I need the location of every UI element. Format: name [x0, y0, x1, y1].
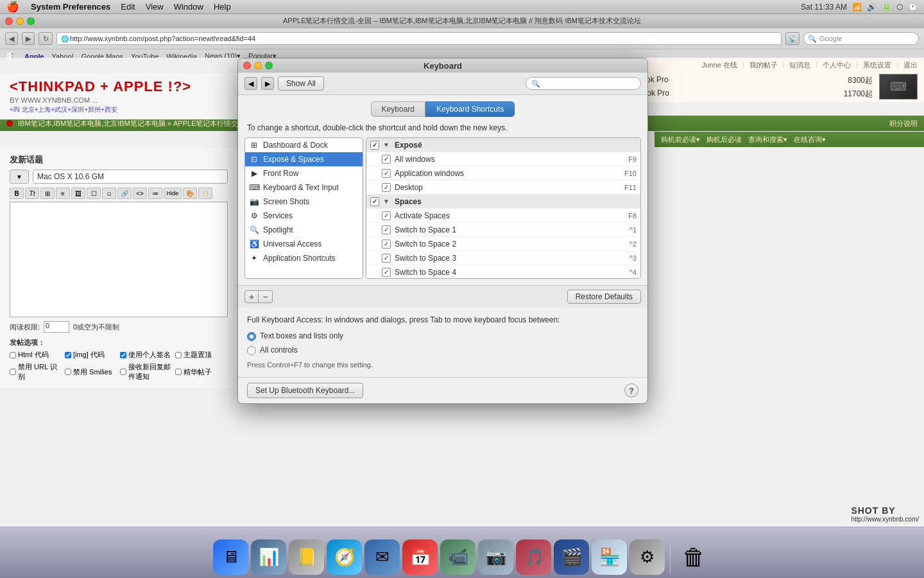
- desktop-check[interactable]: [382, 183, 391, 192]
- sidebar-item-keyboard-text-input[interactable]: ⌨ Keyboard & Text Input: [245, 180, 363, 195]
- reload-button[interactable]: ↻: [38, 32, 53, 45]
- dock-icon-safari[interactable]: 🧭: [327, 539, 362, 575]
- forum-subject-input[interactable]: Mac OS X 10.6 GM: [33, 170, 228, 184]
- help-button[interactable]: ?: [624, 383, 638, 398]
- menu-item-search[interactable]: 查询和搜索▾: [748, 135, 787, 144]
- remove-shortcut-button[interactable]: −: [259, 290, 273, 303]
- space-3-check[interactable]: [382, 254, 391, 263]
- menu-item-preread[interactable]: 购机前必读▾: [661, 135, 700, 144]
- dock-icon-itunes[interactable]: 🎵: [516, 539, 551, 575]
- editor-btn-link[interactable]: 🔗: [117, 188, 132, 199]
- window-maximize-button[interactable]: [27, 17, 35, 25]
- editor-btn-color[interactable]: 🎨: [183, 188, 197, 199]
- editor-btn-orange[interactable]: ⬡: [198, 188, 212, 199]
- bluetooth-button[interactable]: Set Up Bluetooth Keyboard...: [247, 383, 363, 398]
- app-windows-check[interactable]: [382, 169, 391, 178]
- editor-btn-italic[interactable]: Tt: [25, 188, 39, 199]
- opt-elite[interactable]: 精华帖子: [175, 362, 228, 381]
- menu-help[interactable]: Help: [209, 2, 236, 12]
- rss-button[interactable]: 📡: [785, 32, 800, 45]
- space-2-check[interactable]: [382, 240, 391, 249]
- activate-spaces-check[interactable]: [382, 211, 391, 220]
- dialog-back-btn[interactable]: ◀: [244, 77, 257, 90]
- apple-menu[interactable]: 🍎: [0, 1, 26, 13]
- menu-item-consult[interactable]: 在线咨询▾: [794, 135, 826, 144]
- permission-input[interactable]: 0: [44, 321, 69, 333]
- dialog-maximize-button[interactable]: [265, 62, 273, 69]
- dialog-minimize-button[interactable]: [254, 62, 262, 69]
- space-1-check[interactable]: [382, 225, 391, 234]
- search-bar[interactable]: 🔍 Google: [803, 32, 919, 45]
- sidebar-item-expose-spaces[interactable]: ⊡ Exposé & Spaces: [245, 152, 363, 166]
- logout[interactable]: 退出: [903, 60, 918, 70]
- menu-item-afterread[interactable]: 购机后必读: [706, 135, 742, 144]
- tab-keyboard[interactable]: Keyboard: [371, 101, 425, 117]
- menu-system-preferences[interactable]: System Preferences: [26, 2, 116, 12]
- space-4-check[interactable]: [382, 268, 391, 277]
- sidebar-item-application-shortcuts[interactable]: ✦ Application Shortcuts: [245, 251, 363, 265]
- sidebar-item-spotlight[interactable]: 🔍 Spotlight: [245, 223, 363, 237]
- opt-smilies[interactable]: 禁用 Smilies: [65, 362, 117, 381]
- dock-icon-imovie[interactable]: 🎬: [554, 539, 589, 575]
- editor-btn-align[interactable]: ≡: [56, 188, 70, 199]
- dock-icon-finder[interactable]: 🖥: [213, 539, 248, 575]
- sidebar-item-services[interactable]: ⚙ Services: [245, 209, 363, 223]
- forward-button[interactable]: ▶: [22, 32, 35, 45]
- tab-keyboard-shortcuts[interactable]: Keyboard Shortcuts: [425, 101, 515, 117]
- fka-radio-all-indicator[interactable]: [247, 346, 256, 355]
- menu-window[interactable]: Window: [169, 2, 209, 12]
- add-shortcut-button[interactable]: +: [244, 290, 259, 303]
- window-minimize-button[interactable]: [16, 17, 24, 25]
- editor-area[interactable]: [10, 202, 228, 317]
- editor-btn-box[interactable]: ☐: [87, 188, 101, 199]
- dock-icon-mail[interactable]: ✉: [364, 539, 400, 575]
- dock-icon-facetime[interactable]: 📹: [440, 539, 475, 575]
- opt-html[interactable]: Html 代码: [10, 350, 62, 360]
- dialog-search-bar[interactable]: 🔍: [526, 77, 641, 90]
- menu-edit[interactable]: Edit: [116, 2, 140, 12]
- all-windows-check[interactable]: [382, 155, 391, 164]
- editor-btn-hide[interactable]: Hide: [164, 188, 182, 199]
- dock-icon-address-book[interactable]: 📒: [289, 539, 324, 575]
- menu-view[interactable]: View: [141, 2, 169, 12]
- back-button[interactable]: ◀: [5, 32, 18, 45]
- forum-type-select[interactable]: ▼: [10, 170, 29, 184]
- sidebar-item-screen-shots[interactable]: 📷 Screen Shots: [245, 195, 363, 209]
- dialog-forward-btn[interactable]: ▶: [261, 77, 274, 90]
- system-settings[interactable]: 系统设置: [863, 60, 891, 70]
- sidebar-item-dashboard-dock[interactable]: ⊞ Dashboard & Dock: [245, 138, 363, 152]
- dock-icon-photo-booth[interactable]: 📷: [478, 539, 513, 575]
- opt-url[interactable]: 禁用 URL 识别: [10, 362, 62, 381]
- editor-btn-code[interactable]: <>: [133, 188, 147, 199]
- sidebar-item-universal-access[interactable]: ♿ Universal Access: [245, 237, 363, 251]
- dock-icon-ical[interactable]: 📅: [402, 539, 438, 575]
- spaces-group-check[interactable]: [370, 197, 379, 206]
- editor-btn-list[interactable]: ≔: [148, 188, 162, 199]
- show-all-button[interactable]: Show All: [278, 76, 324, 91]
- editor-btn-table[interactable]: ⊞: [40, 188, 55, 199]
- spaces-collapse-icon[interactable]: ▼: [383, 198, 389, 205]
- personal-center[interactable]: 个人中心: [823, 60, 851, 70]
- opt-img[interactable]: [img] 代码: [65, 350, 117, 360]
- sidebar-item-front-row[interactable]: ▶ Front Row: [245, 166, 363, 180]
- url-bar[interactable]: 🌐 http://www.xynbnb.com/post.php?action=…: [56, 32, 782, 45]
- fka-radio-textbox-indicator[interactable]: [247, 332, 256, 341]
- editor-btn-emotion[interactable]: ☺: [102, 188, 116, 199]
- editor-btn-img[interactable]: 🖼: [71, 188, 85, 199]
- expose-collapse-icon[interactable]: ▼: [383, 141, 389, 148]
- dialog-close-button[interactable]: [243, 62, 251, 69]
- dock-icon-appstore[interactable]: 🏪: [592, 539, 627, 575]
- messages[interactable]: 短消息: [789, 60, 810, 70]
- dock-icon-syspref[interactable]: ⚙: [629, 539, 665, 575]
- window-close-button[interactable]: [5, 17, 13, 25]
- editor-btn-bold[interactable]: B: [10, 188, 24, 199]
- opt-notify[interactable]: 接收新回复邮件通知: [120, 362, 173, 381]
- expose-group-check[interactable]: [370, 141, 379, 150]
- restore-defaults-button[interactable]: Restore Defaults: [567, 290, 641, 304]
- opt-pin[interactable]: 主题置顶: [175, 350, 228, 360]
- dock-icon-trash[interactable]: 🗑: [676, 539, 711, 575]
- opt-signature[interactable]: 使用个人签名: [120, 350, 173, 360]
- my-posts[interactable]: 我的帖子: [749, 60, 778, 70]
- fka-radio-all-controls[interactable]: All controls: [247, 344, 638, 356]
- fka-radio-text-boxes[interactable]: Text boxes and lists only: [247, 330, 638, 342]
